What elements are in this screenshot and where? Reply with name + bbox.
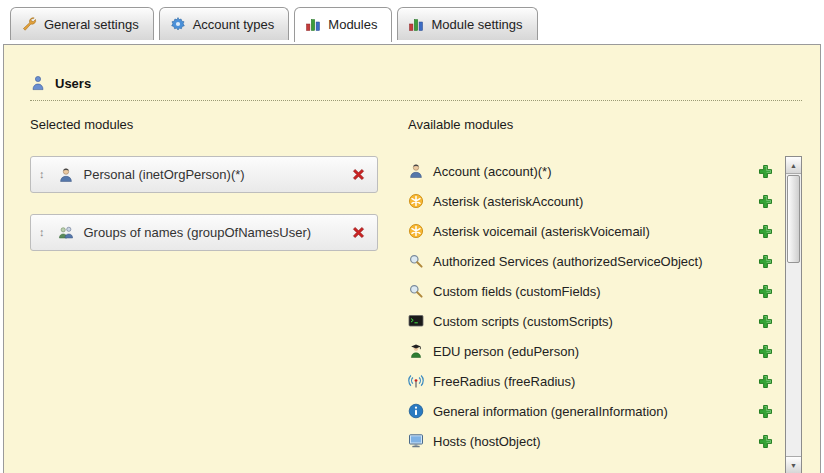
available-modules-area: Account (account)(*) Asterisk (asteriskA…: [408, 156, 802, 473]
add-module-button[interactable]: [758, 164, 773, 179]
tab-label: Account types: [193, 17, 275, 32]
edu-person-icon: [408, 343, 424, 359]
person-icon: [58, 167, 74, 183]
available-module-row: Custom scripts (customScripts): [408, 306, 785, 336]
scroll-up-icon: ▲: [790, 162, 797, 169]
selected-module-row[interactable]: ↕ Groups of names (groupOfNamesUser): [30, 214, 378, 251]
module-label: Custom scripts (customScripts): [433, 314, 613, 329]
scrollbar-thumb[interactable]: [787, 175, 800, 263]
add-module-button[interactable]: [758, 374, 773, 389]
magnifier-icon: [408, 253, 424, 269]
modules-icon: [305, 16, 321, 32]
asterisk-icon: [408, 193, 424, 209]
add-module-button[interactable]: [758, 344, 773, 359]
modules-icon: [408, 16, 424, 32]
add-module-button[interactable]: [758, 194, 773, 209]
module-label: Personal (inetOrgPerson)(*): [84, 167, 245, 182]
lam-configuration-page: General settings Account types Modules M…: [0, 0, 824, 473]
freeradius-icon: [408, 373, 424, 389]
drag-icon[interactable]: ↕: [39, 169, 45, 180]
tab-module-settings[interactable]: Module settings: [397, 7, 537, 40]
available-modules-column: Available modules Account (account)(*) A…: [408, 117, 802, 473]
wrench-icon: [21, 16, 37, 32]
remove-module-button[interactable]: [351, 167, 366, 182]
selected-modules-column: Selected modules ↕ Personal (inetOrgPers…: [30, 117, 408, 473]
tab-label: Modules: [328, 17, 377, 32]
magnifier-icon: [408, 283, 424, 299]
section-title: Users: [55, 76, 91, 91]
module-columns: Selected modules ↕ Personal (inetOrgPers…: [30, 117, 802, 473]
available-module-row: Hosts (hostObject): [408, 426, 785, 456]
available-module-row: Custom fields (customFields): [408, 276, 785, 306]
available-module-row: FreeRadius (freeRadius): [408, 366, 785, 396]
add-module-button[interactable]: [758, 224, 773, 239]
available-module-row: Asterisk voicemail (asteriskVoicemail): [408, 216, 785, 246]
tab-modules[interactable]: Modules: [294, 7, 392, 42]
selected-modules-heading: Selected modules: [30, 117, 408, 132]
module-label: General information (generalInformation): [433, 404, 668, 419]
content-panel: Users Selected modules ↕ Personal (inetO…: [3, 44, 821, 473]
scroll-up-button[interactable]: ▲: [786, 157, 801, 174]
module-label: Account (account)(*): [433, 164, 552, 179]
tab-account-types[interactable]: Account types: [159, 7, 290, 40]
add-module-button[interactable]: [758, 314, 773, 329]
person-icon: [408, 163, 424, 179]
add-module-button[interactable]: [758, 254, 773, 269]
tab-bar: General settings Account types Modules M…: [10, 7, 538, 40]
module-label: Asterisk (asteriskAccount): [433, 194, 583, 209]
users-icon: [30, 75, 46, 91]
available-modules-list: Account (account)(*) Asterisk (asteriskA…: [408, 156, 785, 456]
group-icon: [58, 225, 74, 241]
scroll-down-button[interactable]: ▼: [786, 456, 801, 473]
available-module-row: EDU person (eduPerson): [408, 336, 785, 366]
remove-module-button[interactable]: [351, 225, 366, 240]
available-module-row: Authorized Services (authorizedServiceOb…: [408, 246, 785, 276]
scroll-down-icon: ▼: [790, 462, 797, 469]
module-label: FreeRadius (freeRadius): [433, 374, 575, 389]
scrollbar[interactable]: ▲ ▼: [785, 156, 802, 473]
available-module-row: Account (account)(*): [408, 156, 785, 186]
module-label: Asterisk voicemail (asteriskVoicemail): [433, 224, 650, 239]
terminal-icon: [408, 313, 424, 329]
module-label: Custom fields (customFields): [433, 284, 601, 299]
host-icon: [408, 433, 424, 449]
tab-general-settings[interactable]: General settings: [10, 7, 154, 40]
add-module-button[interactable]: [758, 284, 773, 299]
add-module-button[interactable]: [758, 434, 773, 449]
available-module-row: General information (generalInformation): [408, 396, 785, 426]
module-label: Authorized Services (authorizedServiceOb…: [433, 254, 703, 269]
section-header: Users: [30, 75, 802, 101]
gear-icon: [170, 16, 186, 32]
module-label: EDU person (eduPerson): [433, 344, 579, 359]
module-label: Groups of names (groupOfNamesUser): [84, 225, 312, 240]
add-module-button[interactable]: [758, 404, 773, 419]
tab-label: Module settings: [431, 17, 522, 32]
info-icon: [408, 403, 424, 419]
selected-module-row[interactable]: ↕ Personal (inetOrgPerson)(*): [30, 156, 378, 193]
module-label: Hosts (hostObject): [433, 434, 541, 449]
selected-modules-list: ↕ Personal (inetOrgPerson)(*) ↕ Groups o…: [30, 156, 408, 251]
drag-icon[interactable]: ↕: [39, 227, 45, 238]
asterisk-icon: [408, 223, 424, 239]
available-modules-heading: Available modules: [408, 117, 802, 132]
available-module-row: Asterisk (asteriskAccount): [408, 186, 785, 216]
tab-label: General settings: [44, 17, 139, 32]
